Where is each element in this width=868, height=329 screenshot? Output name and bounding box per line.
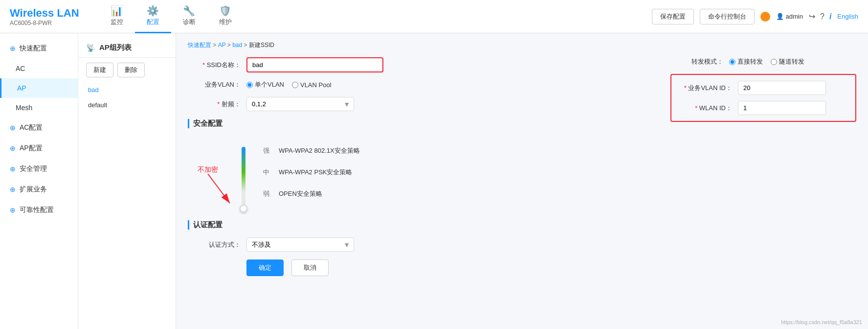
security-strong-level: 强: [263, 146, 273, 155]
left-sidebar: ⊕ 快速配置 AC AP Mesh ⊕ AC配置 ⊕ AP配置 ⊕ 安全管理 ⊕…: [0, 33, 78, 329]
breadcrumb-new-ssid: 新建SSID: [249, 42, 274, 48]
admin-area: 👤 admin: [776, 13, 803, 20]
maintain-icon: 🛡️: [219, 5, 231, 17]
sidebar-item-quick[interactable]: ⊕ 快速配置: [0, 38, 78, 59]
sidebar-label-security: 安全管理: [20, 164, 47, 173]
title-wireless: Wireless: [10, 7, 54, 19]
form-area: SSID名称： 业务VLAN： 单个VLAN: [188, 57, 856, 276]
wlan-id-input[interactable]: [738, 101, 826, 115]
freq-row: 射频： 0,1,2 ▼: [188, 97, 659, 111]
slider-bar: [242, 147, 245, 211]
ap-group-title: AP组列表: [99, 43, 132, 52]
breadcrumb-quick[interactable]: 快速配置: [188, 42, 211, 48]
security-slider-section: 强 WPA-WPA2 802.1X安全策略 中 WPA-WPA2 PSK安全策略…: [242, 140, 360, 211]
logout-icon[interactable]: ↪: [809, 12, 815, 21]
auth-select[interactable]: 不涉及: [246, 237, 354, 252]
forward-direct-option[interactable]: 直接转发: [729, 57, 763, 66]
monitor-icon: 📊: [111, 5, 123, 17]
diagnose-icon: 🔧: [183, 5, 195, 17]
nav-diagnose[interactable]: 🔧 诊断: [171, 0, 207, 33]
security-area: 不加密: [188, 136, 659, 211]
nav-monitor[interactable]: 📊 监控: [99, 0, 135, 33]
security-mid-level: 中: [263, 168, 273, 177]
quick-icon: ⊕: [10, 45, 16, 52]
header-icons: ↪ ? i: [809, 12, 831, 21]
nav-config[interactable]: ⚙️ 配置: [135, 0, 171, 33]
save-config-button[interactable]: 保存配置: [652, 9, 694, 24]
sidebar-item-ac-config[interactable]: ⊕ AC配置: [0, 118, 78, 138]
info-icon[interactable]: i: [829, 12, 831, 21]
freq-select[interactable]: 0,1,2: [246, 97, 354, 111]
confirm-button[interactable]: 确定: [246, 259, 284, 276]
sidebar-label-ap-config: AP配置: [20, 144, 43, 153]
cancel-button[interactable]: 取消: [291, 259, 329, 276]
vlan-single-option[interactable]: 单个VLAN: [246, 80, 284, 89]
sidebar-label-ap: AP: [17, 84, 26, 92]
del-ap-group-button[interactable]: 删除: [117, 63, 145, 77]
reliable-icon: ⊕: [10, 206, 16, 214]
vlan-pool-label: VLAN Pool: [300, 81, 332, 89]
vlan-pool-radio[interactable]: [292, 82, 298, 88]
security-strong-option: 强 WPA-WPA2 802.1X安全策略: [263, 140, 360, 162]
sidebar-item-reliable[interactable]: ⊕ 可靠性配置: [0, 200, 78, 220]
cmd-console-button[interactable]: 命令行控制台: [700, 9, 755, 24]
vlan-id-input[interactable]: [738, 81, 826, 95]
new-ap-group-button[interactable]: 新建: [86, 63, 113, 77]
security-weak-level: 弱: [263, 189, 273, 198]
sidebar-item-mesh[interactable]: Mesh: [0, 98, 78, 118]
sidebar-item-ap-config[interactable]: ⊕ AP配置: [0, 138, 78, 159]
freq-label: 射频：: [188, 100, 246, 109]
forward-label: 转发模式：: [670, 57, 729, 66]
ap-group-icon: 📡: [86, 44, 95, 52]
language-selector[interactable]: English: [837, 13, 858, 20]
sidebar-item-security[interactable]: ⊕ 安全管理: [0, 159, 78, 179]
breadcrumb: 快速配置 > AP > bad > 新建SSID: [188, 41, 856, 49]
sidebar-label-ac: AC: [16, 65, 25, 72]
security-weak-option: 弱 OPEN安全策略: [263, 183, 360, 205]
sidebar-item-ap[interactable]: AP: [0, 78, 78, 98]
ap-config-icon: ⊕: [10, 144, 16, 152]
sidebar-label-mesh: Mesh: [16, 104, 32, 112]
freq-select-wrap: 0,1,2 ▼: [246, 97, 354, 111]
nav-maintain[interactable]: 🛡️ 维护: [207, 0, 244, 33]
auth-row: 认证方式： 不涉及 ▼: [188, 237, 659, 252]
sidebar-label-quick: 快速配置: [20, 44, 47, 53]
svg-line-1: [208, 174, 230, 203]
security-options: 强 WPA-WPA2 802.1X安全策略 中 WPA-WPA2 PSK安全策略…: [263, 140, 360, 205]
ssid-input[interactable]: [246, 57, 383, 72]
list-item-bad[interactable]: bad: [86, 82, 168, 97]
sidebar-item-ac[interactable]: AC: [0, 59, 78, 78]
sidebar-item-extend[interactable]: ⊕ 扩展业务: [0, 179, 78, 200]
security-slider[interactable]: [242, 147, 245, 211]
auth-select-wrap: 不涉及 ▼: [246, 237, 354, 252]
app-subtitle: AC6005-8-PWR: [10, 20, 79, 26]
breadcrumb-bad[interactable]: bad: [232, 42, 242, 48]
logo-area: Wireless LAN AC6005-8-PWR: [10, 7, 79, 26]
extend-icon: ⊕: [10, 186, 16, 193]
list-item-default[interactable]: default: [86, 97, 168, 113]
forward-row: 转发模式： 直接转发 隧道转发: [670, 57, 856, 66]
panel-area: 📡 AP组列表 新建 删除 bad default 快速配置 > AP > ba…: [78, 33, 868, 329]
vlan-row: 业务VLAN： 单个VLAN VLAN Pool: [188, 80, 659, 89]
annotation-arrow-svg: [205, 171, 245, 211]
main-content: 快速配置 > AP > bad > 新建SSID SSID名称： 业务VLAN：: [176, 33, 868, 329]
forward-tunnel-radio[interactable]: [771, 59, 777, 65]
status-indicator: [760, 12, 770, 22]
vlan-single-radio[interactable]: [246, 82, 253, 88]
ssid-label: SSID名称：: [188, 61, 246, 70]
vlan-pool-option[interactable]: VLAN Pool: [292, 81, 332, 89]
help-icon[interactable]: ?: [820, 12, 824, 21]
breadcrumb-ap[interactable]: AP: [218, 42, 226, 48]
forward-tunnel-option[interactable]: 隧道转发: [771, 57, 804, 66]
forward-radio-group: 直接转发 隧道转发: [729, 57, 804, 66]
admin-label: admin: [786, 13, 803, 20]
nav-monitor-label: 监控: [111, 18, 123, 26]
vlan-wlan-group: 业务VLAN ID： WLAN ID：: [670, 74, 856, 122]
main-layout: ⊕ 快速配置 AC AP Mesh ⊕ AC配置 ⊕ AP配置 ⊕ 安全管理 ⊕…: [0, 33, 868, 329]
slider-thumb: [240, 205, 247, 212]
security-icon: ⊕: [10, 165, 16, 173]
nav-maintain-label: 维护: [219, 18, 232, 26]
forward-direct-radio[interactable]: [729, 59, 735, 65]
security-weak-text: OPEN安全策略: [279, 189, 322, 198]
security-section-title: 安全配置: [188, 119, 659, 128]
